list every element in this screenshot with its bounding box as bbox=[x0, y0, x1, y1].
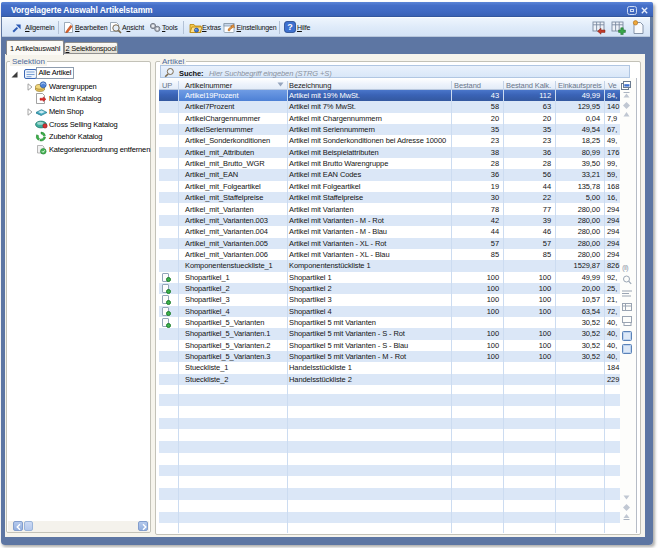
svg-text:?: ? bbox=[287, 22, 293, 32]
